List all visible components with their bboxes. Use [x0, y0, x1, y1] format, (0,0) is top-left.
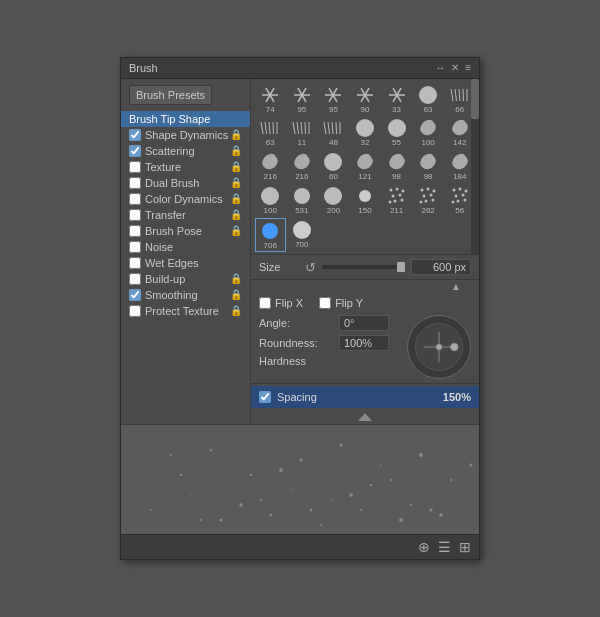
brush-cell[interactable]: 48	[318, 116, 349, 149]
brush-panel: Brush ↔ ✕ ≡ Brush Presets Brush Tip Shap…	[120, 57, 480, 561]
svg-line-42	[297, 122, 299, 134]
brush-cell[interactable]: 63	[413, 83, 444, 116]
svg-point-73	[420, 200, 423, 203]
svg-line-47	[328, 122, 330, 134]
flip-x-checkbox[interactable]	[259, 297, 271, 309]
smoothing-checkbox[interactable]	[129, 289, 141, 301]
transfer-checkbox[interactable]	[129, 209, 141, 221]
menu-icon[interactable]: ≡	[465, 62, 471, 73]
brush-pose-checkbox[interactable]	[129, 225, 141, 237]
list-view-icon[interactable]: ☰	[438, 539, 451, 555]
compass-widget[interactable]	[407, 315, 471, 379]
svg-line-1	[270, 95, 274, 102]
brush-cell[interactable]: 55	[381, 116, 412, 149]
size-input[interactable]	[411, 259, 471, 275]
brush-cell[interactable]: 216	[255, 150, 286, 183]
brush-presets-button[interactable]: Brush Presets	[129, 85, 212, 105]
brush-cell[interactable]: 32	[350, 116, 381, 149]
brush-shape-icon	[417, 151, 439, 173]
sidebar-item-wet-edges[interactable]: Wet Edges	[121, 255, 250, 271]
svg-point-103	[410, 504, 412, 506]
brush-cell[interactable]: 200	[318, 184, 349, 217]
close-icon[interactable]: ✕	[451, 62, 459, 73]
brush-cell[interactable]: 98	[381, 150, 412, 183]
brush-cell[interactable]: 90	[350, 83, 381, 116]
dual-brush-checkbox[interactable]	[129, 177, 141, 189]
scattering-checkbox[interactable]	[129, 145, 141, 157]
brush-cell[interactable]: 95	[318, 83, 349, 116]
sidebar-item-label: Wet Edges	[145, 257, 199, 269]
sidebar-item-protect-texture[interactable]: Protect Texture 🔒	[121, 303, 250, 319]
noise-checkbox[interactable]	[129, 241, 141, 253]
add-preset-icon[interactable]: ⊕	[418, 539, 430, 555]
svg-point-64	[400, 198, 403, 201]
brush-num-label: 150	[358, 207, 371, 216]
svg-point-75	[458, 187, 461, 190]
build-up-checkbox[interactable]	[129, 273, 141, 285]
wet-edges-checkbox[interactable]	[129, 257, 141, 269]
svg-line-20	[361, 95, 365, 102]
shape-dynamics-checkbox[interactable]	[129, 129, 141, 141]
brush-cell[interactable]: 11	[287, 116, 318, 149]
sidebar-item-shape-dynamics[interactable]: Shape Dynamics 🔒	[121, 127, 250, 143]
collapse-icon[interactable]: ↔	[435, 62, 445, 73]
protect-texture-checkbox[interactable]	[129, 305, 141, 317]
sidebar-item-brush-tip-shape[interactable]: Brush Tip Shape	[121, 111, 250, 127]
roundness-row: Roundness:	[259, 335, 397, 351]
flip-y-checkbox[interactable]	[319, 297, 331, 309]
grid-view-icon[interactable]: ⊞	[459, 539, 471, 555]
scrollbar-thumb[interactable]	[471, 79, 479, 119]
lock-icon: 🔒	[230, 177, 242, 188]
brush-cell[interactable]: 100	[255, 184, 286, 217]
lock-icon: 🔒	[230, 225, 242, 236]
svg-line-34	[463, 89, 464, 101]
sidebar-item-dual-brush[interactable]: Dual Brush 🔒	[121, 175, 250, 191]
svg-point-93	[380, 465, 381, 466]
sidebar-item-smoothing[interactable]: Smoothing 🔒	[121, 287, 250, 303]
brush-cell[interactable]: 700	[287, 218, 318, 253]
sidebar-item-brush-pose[interactable]: Brush Pose 🔒	[121, 223, 250, 239]
refresh-icon[interactable]: ↺	[305, 260, 316, 275]
brush-cell[interactable]: 33	[381, 83, 412, 116]
brush-cell[interactable]: 706	[255, 218, 286, 253]
panel-title: Brush	[129, 62, 158, 74]
roundness-input[interactable]	[339, 335, 389, 351]
sidebar-item-build-up[interactable]: Build-up 🔒	[121, 271, 250, 287]
angle-input[interactable]	[339, 315, 389, 331]
brush-cell[interactable]: 262	[413, 184, 444, 217]
brush-cell[interactable]: 216	[287, 150, 318, 183]
brush-cell[interactable]: 100	[413, 116, 444, 149]
brush-scrollbar[interactable]	[471, 79, 479, 256]
sidebar-item-transfer[interactable]: Transfer 🔒	[121, 207, 250, 223]
brush-cell[interactable]: 531	[287, 184, 318, 217]
svg-line-37	[265, 122, 267, 134]
sidebar-item-scattering[interactable]: Scattering 🔒	[121, 143, 250, 159]
brush-cell[interactable]: 121	[350, 150, 381, 183]
size-slider[interactable]	[322, 265, 405, 269]
brush-cell[interactable]: 74	[255, 83, 286, 116]
brush-shape-icon	[386, 151, 408, 173]
brush-cell[interactable]: 150	[350, 184, 381, 217]
svg-point-76	[464, 189, 467, 192]
sidebar-item-label: Shape Dynamics	[145, 129, 228, 141]
brush-shape-icon	[417, 117, 439, 139]
svg-point-128	[200, 520, 202, 522]
brush-cell[interactable]: 63	[255, 116, 286, 149]
sidebar-item-texture[interactable]: Texture 🔒	[121, 159, 250, 175]
texture-checkbox[interactable]	[129, 161, 141, 173]
sidebar: Brush Presets Brush Tip Shape Shape Dyna…	[121, 79, 251, 425]
brush-num-label: 63	[424, 106, 433, 115]
color-dynamics-checkbox[interactable]	[129, 193, 141, 205]
svg-point-98	[190, 495, 191, 496]
brush-shape-icon	[291, 185, 313, 207]
svg-point-112	[399, 519, 403, 523]
brush-cell[interactable]: 211	[381, 184, 412, 217]
sidebar-item-noise[interactable]: Noise	[121, 239, 250, 255]
spacing-checkbox[interactable]	[259, 391, 271, 403]
brush-cell[interactable]: 98	[413, 150, 444, 183]
sidebar-item-color-dynamics[interactable]: Color Dynamics 🔒	[121, 191, 250, 207]
svg-point-100	[290, 490, 291, 491]
brush-cell[interactable]: 95	[287, 83, 318, 116]
svg-line-5	[270, 88, 274, 95]
brush-cell[interactable]: 60	[318, 150, 349, 183]
